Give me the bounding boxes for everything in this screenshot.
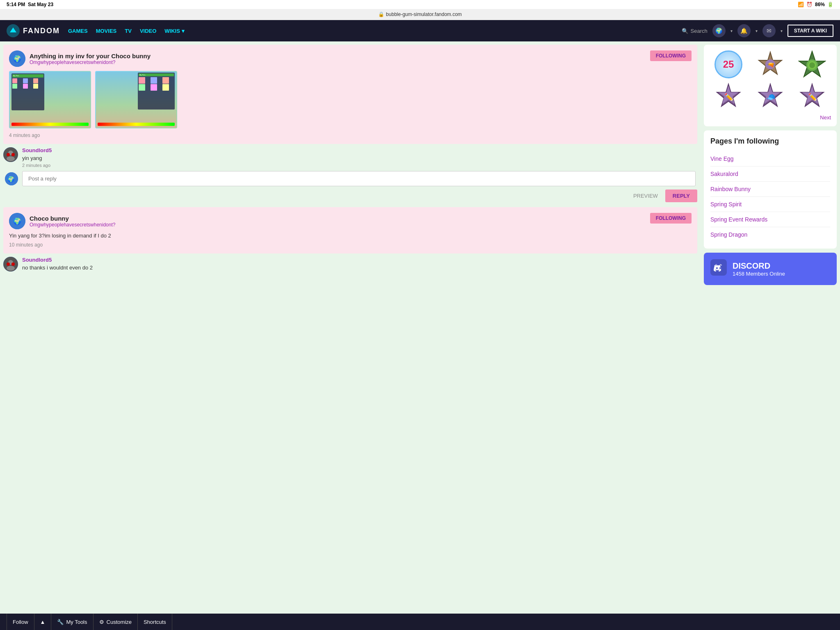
post-header-1: 🌍 Anything in my inv for your Choco bunn… xyxy=(9,50,692,67)
gear-icon: ⚙ xyxy=(99,619,104,623)
badge-star3-svg: ✏️ xyxy=(714,82,742,110)
post-user-info-2: 🌍 Choco bunny Omgwhypeoplehavesecretswhe… xyxy=(9,213,115,229)
comment-avatar-1 xyxy=(3,147,18,162)
svg-text:🧢: 🧢 xyxy=(766,93,776,102)
svg-point-6 xyxy=(7,153,10,156)
nav-chevron-icon[interactable]: ▾ xyxy=(730,29,733,33)
svg-text:✏️: ✏️ xyxy=(808,93,817,102)
following-item-1[interactable]: Sakuralord xyxy=(710,167,830,182)
search-icon: 🔍 xyxy=(682,28,688,34)
discord-icon-svg xyxy=(710,259,727,276)
svg-text:🌍: 🌍 xyxy=(13,55,21,63)
comment-text-2: no thanks i wouldnt even do 2 xyxy=(22,265,697,271)
customize-button[interactable]: ⚙ Customize xyxy=(94,614,138,622)
reply-button[interactable]: REPLY xyxy=(665,189,697,202)
svg-point-5 xyxy=(7,156,15,161)
fandom-logo-icon xyxy=(7,24,20,37)
following-item-4[interactable]: Spring Event Rewards xyxy=(710,212,830,227)
svg-point-7 xyxy=(11,153,15,156)
badge-star1-svg: 🔫 xyxy=(756,50,784,78)
upvote-icon: ▲ xyxy=(40,619,46,623)
reply-area: 🌍 xyxy=(3,171,697,186)
reply-actions: PREVIEW REPLY xyxy=(3,189,697,202)
following-item-5[interactable]: Spring Dragon xyxy=(710,227,830,242)
post-header-2: 🌍 Choco bunny Omgwhypeoplehavesecretswhe… xyxy=(9,213,692,229)
url-bar[interactable]: 🔒 bubble-gum-simulator.fandom.com xyxy=(0,9,840,20)
post-image-1b: My Pets xyxy=(95,71,177,128)
post-user-info-1: 🌍 Anything in my inv for your Choco bunn… xyxy=(9,50,151,67)
reply-input[interactable] xyxy=(22,171,696,186)
following-item-2[interactable]: Rainbow Bunny xyxy=(710,182,830,197)
badges-grid: 25 🔫 xyxy=(710,50,831,110)
next-link[interactable]: Next xyxy=(710,114,831,121)
post-images-1: My Pets xyxy=(9,71,692,128)
bottom-toolbar: Follow ▲ 🔧 My Tools ⚙ Customize Shortcut… xyxy=(0,614,840,622)
comment-username-1: Soundlord5 xyxy=(22,147,697,153)
svg-text:🔫: 🔫 xyxy=(767,62,775,68)
alarm-icon: ⏰ xyxy=(806,2,813,7)
comment-username-2: Soundlord5 xyxy=(22,257,697,263)
left-content: 🌍 Anything in my inv for your Choco bunn… xyxy=(0,41,701,622)
badge-item-star1: 🔫 xyxy=(751,50,789,78)
post-card-1: 🌍 Anything in my inv for your Choco bunn… xyxy=(3,45,697,144)
post-title-2: Choco bunny xyxy=(30,215,115,222)
avatar-2: 🌍 xyxy=(9,213,25,229)
badge-item-star5: ✏️ xyxy=(793,82,831,110)
upvote-button[interactable]: ▲ xyxy=(34,614,52,622)
notifications-button[interactable]: 🔔 xyxy=(737,24,751,37)
preview-button[interactable]: PREVIEW xyxy=(629,189,662,202)
svg-text:🌍: 🌍 xyxy=(13,217,21,225)
comment-time-1: 2 minutes ago xyxy=(22,163,697,168)
post-card-2: 🌍 Choco bunny Omgwhypeoplehavesecretswhe… xyxy=(3,207,697,253)
nav-link-video[interactable]: VIDEO xyxy=(140,28,156,34)
svg-point-14 xyxy=(7,266,15,271)
badge-item-25: 25 xyxy=(710,50,747,78)
notifications-chevron-icon[interactable]: ▾ xyxy=(756,29,758,33)
discord-text: DISCORD 1458 Members Online xyxy=(733,261,785,277)
post-username-2: Omgwhypeoplehavesecretswhenidont? xyxy=(30,222,115,228)
messages-button[interactable]: ✉ xyxy=(762,24,776,37)
comment-body-1: Soundlord5 yin yang 2 minutes ago xyxy=(22,147,697,168)
discord-logo-icon xyxy=(710,259,727,278)
fandom-logo[interactable]: FANDOM xyxy=(7,24,60,37)
following-item-0[interactable]: Vine Egg xyxy=(710,151,830,167)
status-time-date: 5:14 PM Sat May 23 xyxy=(7,2,53,7)
messages-chevron-icon[interactable]: ▾ xyxy=(781,29,783,33)
discord-members: 1458 Members Online xyxy=(733,271,785,277)
my-tools-icon: 🔧 xyxy=(57,619,64,623)
badge-star5-svg: ✏️ xyxy=(798,82,826,110)
reply-avatar: 🌍 xyxy=(5,172,18,185)
battery-icon: 🔋 xyxy=(827,2,833,7)
nav-links: GAMES MOVIES TV VIDEO WIKIS xyxy=(68,28,673,34)
post-titles-1: Anything in my inv for your Choco bunny … xyxy=(30,52,151,65)
user-avatar-nav[interactable]: 🌍 xyxy=(712,24,726,37)
svg-point-15 xyxy=(7,262,10,266)
nav-link-games[interactable]: GAMES xyxy=(68,28,88,34)
post-username-1: Omgwhypeoplehavesecretswhenidont? xyxy=(30,59,151,65)
nav-link-movies[interactable]: MOVIES xyxy=(96,28,117,34)
nav-logo-text: FANDOM xyxy=(23,27,60,35)
badge-item-star3: ✏️ xyxy=(710,82,747,110)
comment-text-1: yin yang xyxy=(22,155,697,161)
wifi-icon: 📶 xyxy=(798,2,804,7)
my-tools-button[interactable]: 🔧 My Tools xyxy=(51,614,93,622)
badge-item-star2 xyxy=(793,50,831,78)
start-wiki-button[interactable]: START A WIKI xyxy=(788,25,833,37)
comment-wrapper-2: Soundlord5 no thanks i wouldnt even do 2 xyxy=(3,257,697,272)
shortcuts-button[interactable]: Shortcuts xyxy=(138,614,172,622)
nav-link-wikis[interactable]: WIKIS xyxy=(164,28,184,34)
game-screenshot-1b: My Pets xyxy=(95,71,177,128)
post-image-1a: My Pets xyxy=(9,71,91,128)
following-button-2[interactable]: FOLLOWING xyxy=(650,213,692,224)
badge-item-star4: 🧢 xyxy=(751,82,789,110)
comment-wrapper-1: Soundlord5 yin yang 2 minutes ago xyxy=(3,147,697,168)
following-item-3[interactable]: Spring Spirit xyxy=(710,197,830,212)
follow-toolbar-button[interactable]: Follow xyxy=(7,614,34,622)
following-button-1[interactable]: FOLLOWING xyxy=(650,50,692,61)
discord-title: DISCORD xyxy=(733,261,785,271)
badge-25-text: 25 xyxy=(723,59,734,70)
nav-link-tv[interactable]: TV xyxy=(125,28,132,34)
search-button[interactable]: 🔍 Search xyxy=(682,28,708,34)
main-layout: 🌍 Anything in my inv for your Choco bunn… xyxy=(0,41,840,622)
badges-card: 25 🔫 xyxy=(704,45,837,126)
